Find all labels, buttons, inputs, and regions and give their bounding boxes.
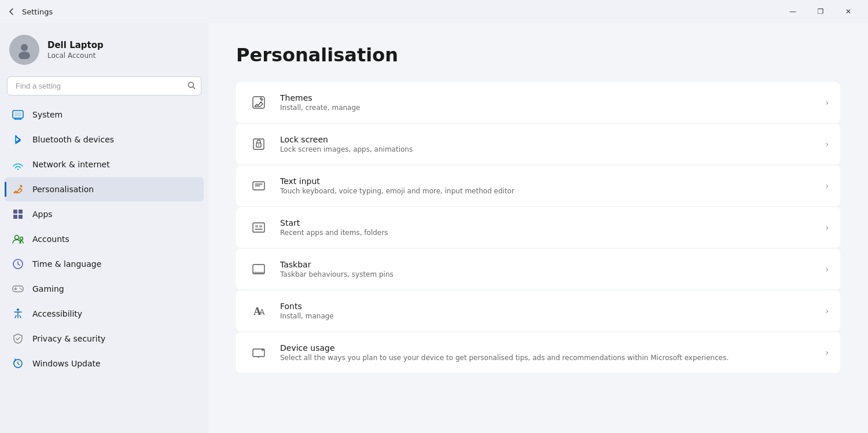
sidebar-item-gaming-label: Gaming [32,284,64,293]
svg-rect-6 [13,210,17,214]
taskbar-text: Taskbar Taskbar behaviours, system pins [280,260,815,278]
svg-rect-4 [14,112,21,116]
sidebar-item-gaming[interactable]: Gaming [5,277,204,301]
lockscreen-desc: Lock screen images, apps, animations [280,145,815,153]
settings-item-fonts[interactable]: A A Fonts Install, manage › [236,291,840,331]
taskbar-desc: Taskbar behaviours, system pins [280,270,815,278]
start-text: Start Recent apps and items, folders [280,218,815,237]
sidebar-item-bluetooth[interactable]: Bluetooth & devices [5,127,204,152]
settings-item-textinput[interactable]: Text input Touch keyboard, voice typing,… [236,166,840,206]
system-icon [12,108,24,121]
sidebar-item-accounts[interactable]: Accounts [5,227,204,251]
sidebar-item-accounts-label: Accounts [32,234,69,244]
bluetooth-icon [12,133,24,146]
sidebar-item-accessibility[interactable]: Accessibility [5,302,204,326]
settings-item-deviceusage[interactable]: Device usage Select all the ways you pla… [236,332,840,373]
themes-title: Themes [280,93,815,102]
sidebar-item-accessibility-label: Accessibility [32,309,82,318]
app-body: Dell Laptop Local Account [0,23,868,433]
nav-items: System Bluetooth & devices [0,100,208,378]
fonts-title: Fonts [280,302,815,311]
user-info: Dell Laptop Local Account [47,40,104,60]
sidebar-item-apps[interactable]: Apps [5,202,204,226]
fonts-text: Fonts Install, manage [280,302,815,320]
textinput-icon [248,175,270,197]
search-input[interactable] [7,76,201,96]
themes-chevron: › [825,98,829,107]
settings-item-taskbar[interactable]: Taskbar Taskbar behaviours, system pins … [236,249,840,289]
personalisation-icon [12,183,24,196]
svg-rect-23 [255,225,258,227]
close-button[interactable]: ✕ [836,2,861,21]
lockscreen-chevron: › [825,140,829,149]
accounts-icon [12,233,24,245]
svg-point-5 [17,168,19,170]
textinput-desc: Touch keyboard, voice typing, emoji and … [280,187,815,195]
main-content: Personalisation Themes Install, create, … [208,23,868,433]
privacy-icon [12,332,24,345]
sidebar-item-system[interactable]: System [5,102,204,127]
fonts-desc: Install, manage [280,312,815,320]
settings-item-lockscreen[interactable]: Lock screen Lock screen images, apps, an… [236,124,840,164]
deviceusage-icon [248,342,270,364]
taskbar-icon [248,258,270,280]
sidebar-item-time[interactable]: Time & language [5,252,204,276]
deviceusage-text: Device usage Select all the ways you pla… [280,343,815,362]
user-name: Dell Laptop [47,40,104,50]
avatar[interactable] [9,35,39,65]
start-desc: Recent apps and items, folders [280,229,815,237]
start-icon [248,216,270,238]
sidebar-item-system-label: System [32,110,62,119]
lockscreen-title: Lock screen [280,135,815,144]
svg-point-15 [21,289,22,290]
back-button[interactable] [7,7,16,16]
user-section: Dell Laptop Local Account [0,23,208,74]
lockscreen-text: Lock screen Lock screen images, apps, an… [280,135,815,153]
svg-point-31 [258,357,259,358]
svg-rect-8 [13,215,17,219]
accessibility-icon [12,307,24,320]
svg-point-16 [17,309,19,311]
svg-point-10 [15,236,19,240]
taskbar-title: Taskbar [280,260,815,269]
svg-point-0 [21,44,28,51]
themes-icon [248,91,270,113]
svg-text:A: A [259,307,265,317]
settings-list: Themes Install, create, manage › Lock sc [236,82,840,373]
fonts-icon: A A [248,300,270,322]
minimize-button[interactable]: — [780,2,806,21]
sidebar-item-update[interactable]: Windows Update [5,351,204,376]
settings-item-themes[interactable]: Themes Install, create, manage › [236,82,840,123]
sidebar-item-apps-label: Apps [32,210,53,219]
textinput-title: Text input [280,177,815,186]
svg-point-14 [20,288,21,289]
taskbar-chevron: › [825,265,829,274]
window-controls: — ❐ ✕ [780,2,861,21]
themes-desc: Install, create, manage [280,104,815,112]
sidebar-item-privacy[interactable]: Privacy & security [5,326,204,351]
sidebar-item-personalisation-label: Personalisation [32,185,94,194]
search-box [7,76,201,96]
maximize-button[interactable]: ❐ [808,2,833,21]
svg-point-1 [19,52,30,59]
window-title: Settings [22,8,774,16]
apps-icon [12,208,24,221]
themes-text: Themes Install, create, manage [280,93,815,112]
sidebar-item-time-label: Time & language [32,259,101,269]
time-icon [12,258,24,270]
start-chevron: › [825,223,829,232]
settings-item-start[interactable]: Start Recent apps and items, folders › [236,207,840,248]
sidebar-item-network[interactable]: Network & internet [5,152,204,177]
fonts-chevron: › [825,306,829,315]
gaming-icon [12,282,24,295]
network-icon [12,158,24,171]
textinput-text: Text input Touch keyboard, voice typing,… [280,177,815,195]
sidebar-item-personalisation[interactable]: Personalisation [5,177,204,201]
search-icon [187,80,196,91]
svg-rect-7 [19,210,23,214]
update-icon [12,357,24,370]
textinput-chevron: › [825,181,829,190]
svg-point-20 [258,145,259,146]
deviceusage-title: Device usage [280,343,815,353]
lockscreen-icon [248,133,270,155]
